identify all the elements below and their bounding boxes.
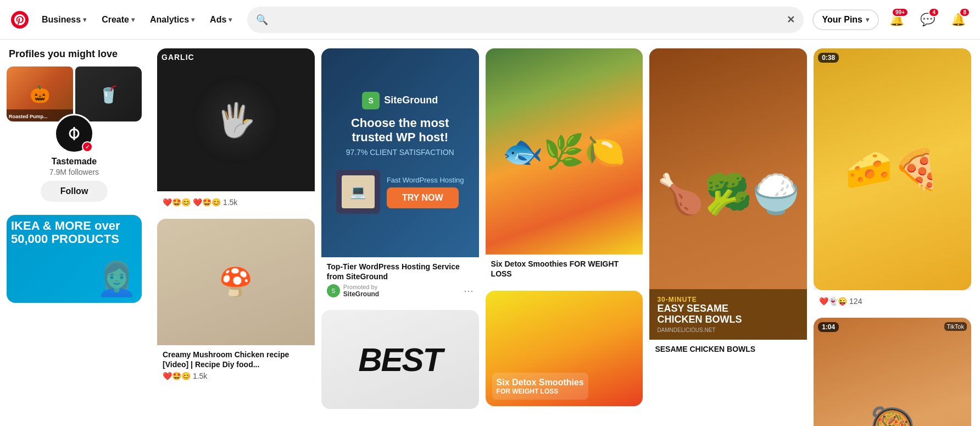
pin-smoothie-subtext: FOR WEIGHT LOSS	[497, 388, 584, 395]
pin-tiktok[interactable]: 1:04 TikTok 🥘	[814, 318, 971, 426]
messages-button[interactable]: 💬 4	[914, 7, 940, 33]
chevron-down-icon: ▾	[229, 16, 232, 24]
main-nav: Business ▾ Create ▾ Analytics ▾ Ads ▾	[35, 10, 238, 29]
pin-smoothie-image: Six Detox Smoothies FOR WEIGHT LOSS	[486, 291, 643, 406]
pin-sesame[interactable]: 🍗🥦🍚 30-MINUTE EASY SESAMECHICKEN BOWLS D…	[649, 48, 807, 359]
header-icons: 🔔 99+ 💬 4 🔔 8	[883, 7, 971, 33]
verified-badge: ✓	[82, 141, 93, 152]
masonry-grid: GARLIC 🖐 ❤️🤩😊 ❤️🤩😊 1.5k 🍄 Creamy Mushroo…	[157, 48, 971, 426]
more-options-button[interactable]: ⋯	[464, 285, 474, 297]
pin-garlic-info: ❤️🤩😊 ❤️🤩😊 1.5k	[157, 191, 315, 212]
alerts-badge: 8	[959, 8, 970, 17]
profile-card: ✓ Tastemade 7.9M followers Follow	[7, 126, 142, 206]
pin-salmon-info: Six Detox Smoothies FOR WEIGHT LOSS	[486, 255, 643, 284]
ikea-card[interactable]: IKEA & MORE over 50,000 PRODUCTS 👩‍🦰	[7, 215, 142, 303]
profile-avatar-wrap: ✓	[54, 114, 94, 153]
search-bar: 🔍 recipes ✕	[247, 7, 803, 33]
profile-followers: 7.9M followers	[49, 168, 99, 176]
pin-mushroom-reactions: ❤️🤩😊 1.5k	[163, 372, 309, 380]
profile-name: Tastemade	[52, 157, 97, 167]
pin-garlic[interactable]: GARLIC 🖐 ❤️🤩😊 ❤️🤩😊 1.5k	[157, 48, 315, 212]
pin-smoothie-text: Six Detox Smoothies	[497, 377, 584, 388]
promoted-avatar: S	[327, 284, 340, 297]
pin-smoothie[interactable]: Six Detox Smoothies FOR WEIGHT LOSS	[486, 291, 643, 406]
pin-sesame-image: 🍗🥦🍚 30-MINUTE EASY SESAMECHICKEN BOWLS D…	[649, 48, 807, 340]
chevron-down-icon: ▾	[83, 16, 86, 24]
try-now-button[interactable]: TRY NOW	[387, 187, 459, 208]
pin-garlic-reactions: ❤️🤩😊 ❤️🤩😊 1.5k	[163, 198, 309, 207]
pin-mushroom-image: 🍄	[157, 219, 315, 345]
pin-cheesy-info: ❤️👻😜 124	[814, 290, 971, 311]
promoted-by-label: Promoted by	[343, 284, 379, 290]
promoted-name: SiteGround	[343, 290, 379, 298]
pin-cheesy-reactions: ❤️👻😜 124	[819, 297, 966, 306]
profile-preview-images: 🎃 Roasted Pump... 🥤	[7, 67, 142, 121]
pin-best[interactable]: BEST	[321, 310, 479, 409]
pin-cheesy-image: 🧀🍕	[814, 48, 971, 290]
search-input[interactable]: recipes	[272, 15, 782, 25]
sesame-title-text: EASY SESAMECHICKEN BOWLS	[657, 303, 799, 325]
chevron-down-icon: ▾	[866, 16, 869, 24]
pin-sesame-title: SESAME CHICKEN BOWLS	[655, 344, 801, 354]
svg-point-0	[11, 11, 29, 29]
pin-siteground[interactable]: S SiteGround Choose the most trusted WP …	[321, 48, 479, 303]
pin-siteground-info: Top-Tier WordPress Hosting Service from …	[321, 257, 479, 303]
pin-mushroom-title: Creamy Mushroom Chicken recipe [Video] |…	[163, 350, 309, 369]
header: Business ▾ Create ▾ Analytics ▾ Ads ▾ 🔍 …	[0, 0, 980, 40]
notifications-badge: 99+	[892, 8, 909, 17]
profiles-section-title: Profiles you might love	[7, 48, 142, 60]
video-duration-badge: 0:38	[818, 53, 839, 63]
nav-create-label: Create	[102, 15, 129, 25]
main-content: Profiles you might love 🎃 Roasted Pump..…	[0, 40, 980, 426]
pin-salmon-image: 🐟🌿🍋	[486, 48, 643, 255]
nav-ads-label: Ads	[210, 15, 226, 25]
your-pins-label: Your Pins	[822, 15, 863, 25]
clear-search-button[interactable]: ✕	[787, 14, 795, 26]
nav-create[interactable]: Create ▾	[95, 10, 141, 29]
notifications-button[interactable]: 🔔 99+	[883, 7, 910, 33]
siteground-sub: 97.7% CLIENT SATISFACTION	[346, 148, 454, 157]
video-duration-badge-tiktok: 1:04	[818, 322, 839, 332]
pins-grid: GARLIC 🖐 ❤️🤩😊 ❤️🤩😊 1.5k 🍄 Creamy Mushroo…	[148, 40, 980, 426]
follow-button[interactable]: Follow	[41, 181, 108, 202]
pin-siteground-image: S SiteGround Choose the most trusted WP …	[321, 48, 479, 257]
pin-mushroom[interactable]: 🍄 Creamy Mushroom Chicken recipe [Video]…	[157, 219, 315, 386]
your-pins-button[interactable]: Your Pins ▾	[812, 9, 879, 30]
pin-siteground-title: Top-Tier WordPress Hosting Service from …	[327, 262, 474, 281]
tiktok-badge: TikTok	[944, 322, 967, 331]
nav-analytics-label: Analytics	[150, 15, 189, 25]
nav-business-label: Business	[42, 15, 81, 25]
pin-salmon-title: Six Detox Smoothies FOR WEIGHT LOSS	[491, 259, 638, 279]
sesame-thirty-min: 30-MINUTE	[657, 296, 799, 303]
pin-salmon[interactable]: 🐟🌿🍋 Six Detox Smoothies FOR WEIGHT LOSS	[486, 48, 643, 284]
alerts-button[interactable]: 🔔 8	[945, 7, 971, 33]
promoted-info: Promoted by SiteGround	[343, 284, 379, 298]
pin-promoted-row: S Promoted by SiteGround ⋯	[327, 284, 474, 298]
ikea-card-text: IKEA & MORE over 50,000 PRODUCTS	[11, 219, 137, 246]
nav-ads[interactable]: Ads ▾	[203, 10, 238, 29]
pin-garlic-image: GARLIC 🖐	[157, 48, 315, 191]
pin-cheesy[interactable]: 0:38 🧀🍕 ❤️👻😜 124	[814, 48, 971, 311]
logo-button[interactable]	[9, 9, 31, 31]
nav-analytics[interactable]: Analytics ▾	[143, 10, 201, 29]
sesame-site: DAMNDELICIOUS.NET	[657, 327, 799, 333]
messages-badge: 4	[928, 8, 939, 17]
chevron-down-icon: ▾	[191, 16, 194, 24]
nav-business[interactable]: Business ▾	[35, 10, 93, 29]
siteground-tagline: Choose the most trusted WP host!	[330, 116, 470, 145]
pin-mushroom-info: Creamy Mushroom Chicken recipe [Video] |…	[157, 345, 315, 386]
pin-sesame-info: SESAME CHICKEN BOWLS	[649, 340, 807, 359]
sidebar: Profiles you might love 🎃 Roasted Pump..…	[0, 40, 148, 426]
chevron-down-icon: ▾	[131, 16, 135, 24]
search-icon: 🔍	[256, 14, 268, 26]
pin-tiktok-image: 🥘	[814, 318, 971, 426]
pin-best-image: BEST	[321, 310, 479, 409]
